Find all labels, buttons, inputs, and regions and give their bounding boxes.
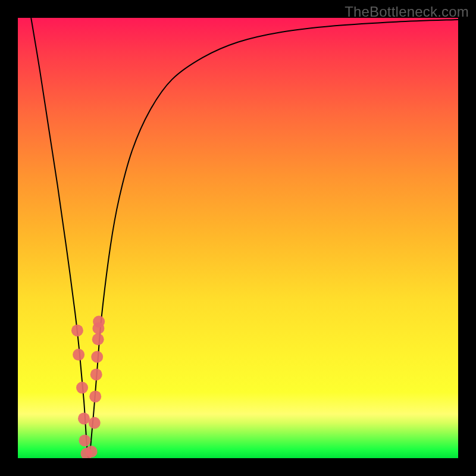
- data-marker: [89, 417, 101, 429]
- watermark-text: TheBottleneck.com: [345, 4, 469, 20]
- data-marker: [76, 382, 88, 394]
- chart-svg: [18, 18, 458, 458]
- data-marker: [93, 316, 105, 328]
- data-marker: [79, 434, 90, 446]
- data-marker: [86, 446, 98, 458]
- marker-layer: [71, 316, 105, 458]
- data-marker: [78, 412, 90, 424]
- data-marker: [71, 324, 83, 336]
- data-marker: [89, 390, 101, 402]
- plot-area: [18, 18, 458, 458]
- data-marker: [73, 349, 84, 361]
- data-marker: [91, 351, 103, 363]
- data-marker: [92, 333, 104, 345]
- chart-frame: TheBottleneck.com: [0, 0, 476, 476]
- data-marker: [90, 368, 102, 380]
